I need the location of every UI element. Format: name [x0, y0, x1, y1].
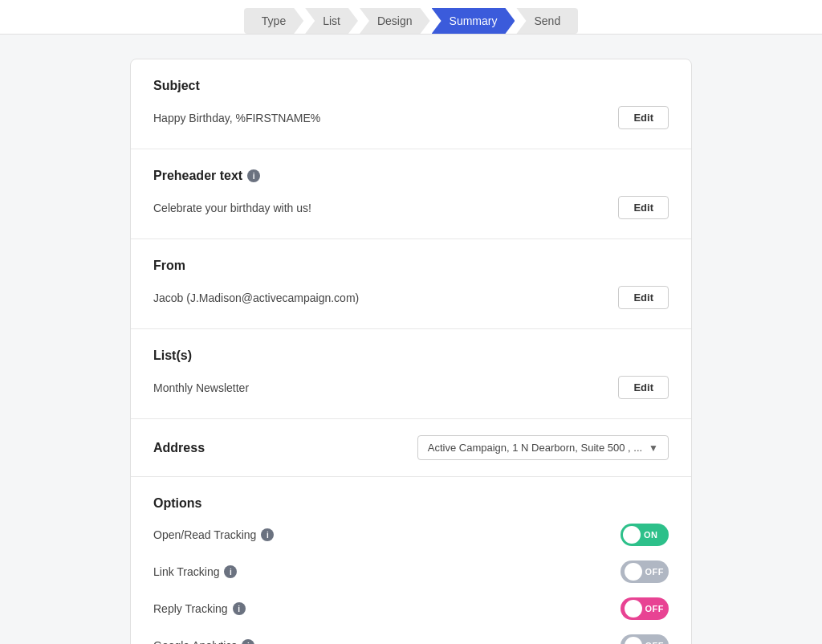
top-navigation: Type List Design Summary Send [0, 0, 822, 35]
open-read-label-group: Open/Read Tracking i [153, 528, 274, 541]
analytics-toggle-label: OFF [645, 641, 665, 644]
option-row-open-read: Open/Read Tracking i ON [153, 524, 669, 546]
subject-title: Subject [153, 79, 669, 93]
open-read-toggle-label: ON [644, 530, 658, 540]
open-read-info-icon[interactable]: i [261, 528, 274, 541]
from-title: From [153, 259, 669, 273]
link-info-icon[interactable]: i [224, 565, 237, 578]
nav-step-type[interactable]: Type [244, 8, 303, 34]
nav-step-summary-label: Summary [450, 14, 498, 27]
lists-section: List(s) Monthly Newsletter Edit [131, 329, 691, 419]
nav-step-send-label: Send [534, 14, 560, 27]
nav-step-design[interactable]: Design [360, 8, 430, 34]
from-value: Jacob (J.Madison@activecampaign.com) [153, 291, 359, 304]
open-read-toggle-circle [623, 526, 641, 544]
nav-step-summary[interactable]: Summary [432, 8, 515, 34]
reply-label: Reply Tracking [153, 602, 228, 615]
subject-edit-button[interactable]: Edit [618, 106, 669, 129]
link-toggle-circle [625, 563, 642, 581]
from-edit-button[interactable]: Edit [618, 286, 669, 309]
option-row-link: Link Tracking i OFF [153, 560, 669, 583]
analytics-label: Google Analytics [153, 639, 237, 644]
reply-toggle[interactable]: OFF [621, 597, 669, 620]
preheader-value: Celebrate your birthday with us! [153, 202, 311, 214]
lists-value: Monthly Newsletter [153, 381, 249, 394]
subject-section: Subject Happy Birthday, %FIRSTNAME% Edit [131, 59, 691, 149]
main-content: Subject Happy Birthday, %FIRSTNAME% Edit… [0, 35, 822, 644]
preheader-edit-button[interactable]: Edit [618, 196, 669, 219]
subject-value: Happy Birthday, %FIRSTNAME% [153, 112, 320, 124]
options-section: Options Open/Read Tracking i ON Link Tra… [131, 477, 691, 644]
link-label: Link Tracking [153, 565, 219, 578]
open-read-label: Open/Read Tracking [153, 528, 256, 541]
address-value: Active Campaign, 1 N Dearborn, Suite 500… [428, 442, 642, 454]
options-title: Options [153, 496, 669, 511]
lists-edit-button[interactable]: Edit [618, 376, 669, 399]
reply-label-group: Reply Tracking i [153, 602, 246, 615]
from-row: Jacob (J.Madison@activecampaign.com) Edi… [153, 286, 669, 309]
preheader-title: Preheader text [153, 169, 242, 183]
nav-step-send[interactable]: Send [516, 8, 578, 34]
option-row-analytics: Google Analytics i OFF [153, 634, 669, 644]
address-section: Address Active Campaign, 1 N Dearborn, S… [131, 419, 691, 477]
summary-card: Subject Happy Birthday, %FIRSTNAME% Edit… [130, 59, 692, 644]
nav-step-design-label: Design [377, 14, 413, 27]
analytics-toggle-circle [625, 637, 642, 644]
link-label-group: Link Tracking i [153, 565, 237, 578]
preheader-section: Preheader text i Celebrate your birthday… [131, 149, 691, 239]
reply-info-icon[interactable]: i [233, 602, 246, 615]
option-row-reply: Reply Tracking i OFF [153, 597, 669, 620]
from-section: From Jacob (J.Madison@activecampaign.com… [131, 239, 691, 329]
open-read-toggle[interactable]: ON [621, 524, 669, 546]
nav-step-list[interactable]: List [305, 8, 358, 34]
reply-toggle-circle [625, 600, 642, 618]
nav-step-type-label: Type [262, 14, 286, 27]
address-title: Address [153, 441, 205, 455]
lists-title: List(s) [153, 348, 669, 363]
address-dropdown[interactable]: Active Campaign, 1 N Dearborn, Suite 500… [417, 435, 669, 460]
reply-toggle-label: OFF [645, 604, 665, 613]
analytics-label-group: Google Analytics i [153, 639, 254, 644]
preheader-row: Celebrate your birthday with us! Edit [153, 196, 669, 219]
dropdown-arrow-icon: ▼ [649, 442, 658, 454]
link-toggle[interactable]: OFF [621, 560, 669, 583]
nav-step-list-label: List [323, 14, 340, 27]
lists-row: Monthly Newsletter Edit [153, 376, 669, 399]
analytics-toggle[interactable]: OFF [621, 634, 669, 644]
nav-steps: Type List Design Summary Send [244, 8, 578, 34]
link-toggle-label: OFF [645, 567, 665, 577]
preheader-info-icon[interactable]: i [247, 169, 260, 182]
preheader-label-row: Preheader text i [153, 169, 669, 183]
subject-row: Happy Birthday, %FIRSTNAME% Edit [153, 106, 669, 129]
analytics-info-icon[interactable]: i [242, 639, 254, 644]
